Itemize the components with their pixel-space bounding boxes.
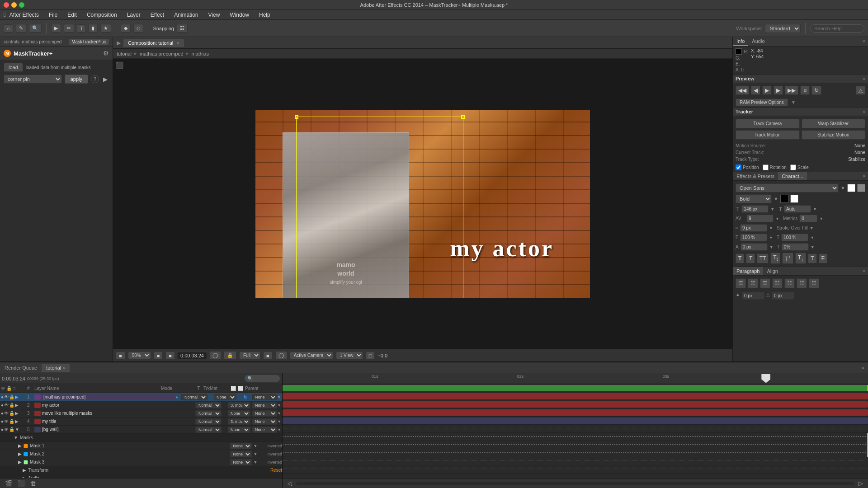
menu-layer[interactable]: Layer xyxy=(125,11,142,19)
v-scale-input[interactable] xyxy=(781,234,808,241)
menu-window[interactable]: Window xyxy=(228,11,251,19)
layer-3-trkmat-select[interactable]: None xyxy=(228,410,250,417)
layer-3-collapse[interactable]: ▶ xyxy=(15,411,19,416)
comp-tab-close[interactable]: × xyxy=(176,40,179,46)
workspace-select[interactable]: Standard xyxy=(765,24,801,33)
text-super-btn[interactable]: T↑ xyxy=(782,253,793,264)
toolbar-snap-btn[interactable]: ☷ xyxy=(177,24,188,33)
stroke-input[interactable] xyxy=(740,224,767,232)
layer-row[interactable]: ● 👁 🔒 ▼ 5 [bg wall] Normal None xyxy=(0,426,282,434)
comp-alpha-btn[interactable]: ◯ xyxy=(275,351,287,360)
mask-3-select[interactable]: None xyxy=(230,459,252,465)
info-tab[interactable]: Info xyxy=(733,37,748,46)
layer-row[interactable]: ● 👁 🔒 ▶ 4 my title Normal 3. move lik xyxy=(0,418,282,426)
layer-row[interactable]: ● 👁 🔒 ▶ 2 my actor Normal 3. move lik xyxy=(0,401,282,409)
toolbar-roto-btn[interactable]: ◇ xyxy=(133,24,143,33)
comp-3d-btn[interactable]: □ xyxy=(366,352,375,360)
view-select[interactable]: 1 View xyxy=(336,352,363,359)
tl-new-solid-btn[interactable]: ⬛ xyxy=(16,479,26,487)
mask-item[interactable]: ▶ Mask 2 None ▼ Inverted xyxy=(0,450,282,458)
font-family-select[interactable]: Open Sans xyxy=(736,183,839,192)
align-center-btn[interactable]: ☵ xyxy=(748,278,758,288)
indent-right-input[interactable] xyxy=(772,292,794,300)
tutorial-tab[interactable]: tutorial × xyxy=(42,364,70,372)
prev-loop-btn[interactable]: ↻ xyxy=(811,86,821,95)
toolbar-pen-btn[interactable]: ✏ xyxy=(64,24,74,33)
layer-4-solo[interactable]: ● xyxy=(1,419,4,424)
layer-row[interactable]: ● 👁 🔒 ▶ 1 [mathias precomped] ★ Normal N… xyxy=(0,393,282,401)
toolbar-home-btn[interactable]: ⌂ xyxy=(4,24,13,33)
toolbar-hand-btn[interactable]: ✎ xyxy=(16,24,26,33)
scale-check-label[interactable]: Scale xyxy=(790,164,809,170)
camera-select[interactable]: Active Camera xyxy=(290,352,333,359)
layer-4-mode-select[interactable]: Normal xyxy=(195,418,222,425)
metrics-input[interactable] xyxy=(799,215,817,222)
layer-2-mode-select[interactable]: Normal xyxy=(195,402,222,408)
prev-play-btn[interactable]: ▶ xyxy=(762,86,772,95)
layer-4-lock[interactable]: 🔒 xyxy=(9,419,14,424)
text-caps-btn[interactable]: TT xyxy=(757,253,769,263)
layer-4-parent-select[interactable]: None xyxy=(252,418,277,425)
comp-snap-btn[interactable]: ■ xyxy=(116,352,125,360)
align-left-btn[interactable]: ☰ xyxy=(736,278,746,288)
menu-view[interactable]: View xyxy=(207,11,222,19)
tsumi-input[interactable] xyxy=(782,243,809,251)
layer-5-trkmat-select[interactable]: None xyxy=(228,427,250,433)
font-style-select[interactable]: Bold xyxy=(736,194,772,203)
mask-item[interactable]: ▶ Mask 3 None ▼ Inverted xyxy=(0,458,282,466)
layer-2-vis[interactable]: 👁 xyxy=(4,403,9,408)
comp-frame-btn[interactable]: ■ xyxy=(154,352,163,360)
text-smallcaps-btn[interactable]: Tt xyxy=(770,253,780,263)
tracker-section-header[interactable]: Tracker × xyxy=(733,108,868,116)
text-strike-btn[interactable]: T xyxy=(819,253,827,263)
comp-color-btn[interactable]: ■ xyxy=(263,352,273,360)
minimize-button[interactable] xyxy=(11,2,17,8)
tl-new-comp-btn[interactable]: 🎬 xyxy=(4,479,14,487)
layer-3-mode-select[interactable]: Normal xyxy=(195,410,222,417)
menu-file[interactable]: File xyxy=(47,11,59,19)
breadcrumb-mathias[interactable]: mathias xyxy=(191,51,209,56)
font-color-swatch[interactable] xyxy=(847,184,855,192)
comp-timer-btn[interactable]: ◯ xyxy=(209,351,221,360)
layer-5-mode-select[interactable]: Normal xyxy=(195,427,222,433)
layer-5-collapse[interactable]: ▼ xyxy=(15,427,19,432)
comp-lock-btn[interactable]: 🔒 xyxy=(224,351,236,360)
menu-app-name[interactable]: After Effects xyxy=(8,11,41,19)
prev-step-fwd-btn[interactable]: ▶ xyxy=(774,86,783,95)
text-italic-btn[interactable]: T xyxy=(746,253,755,263)
rotation-check-label[interactable]: Rotation xyxy=(763,164,787,170)
timeline-search[interactable] xyxy=(244,375,280,382)
text-bold-btn[interactable]: T xyxy=(736,253,744,263)
align-justify-btn[interactable]: ☷ xyxy=(772,278,783,288)
load-button[interactable]: load xyxy=(4,63,23,72)
reset-button[interactable]: Reset xyxy=(270,468,282,473)
tl-scrollbar[interactable] xyxy=(296,482,854,485)
layer-1-vis[interactable]: 👁 xyxy=(4,394,9,399)
layer-1-collapse[interactable]: ▶ xyxy=(15,394,19,399)
layer-4-vis[interactable]: 👁 xyxy=(4,419,9,424)
help-button[interactable]: ? xyxy=(91,75,99,83)
position-checkbox[interactable] xyxy=(736,164,741,170)
layer-2-trkmat-select[interactable]: 3. move lik xyxy=(228,402,250,408)
track-camera-btn[interactable]: Track Camera xyxy=(736,119,800,128)
layer-5-solo[interactable]: ● xyxy=(1,427,4,432)
search-help-input[interactable] xyxy=(810,24,864,33)
quality-select[interactable]: Full xyxy=(239,352,260,359)
layer-3-vis[interactable]: 👁 xyxy=(4,411,9,416)
layer-4-collapse[interactable]: ▶ xyxy=(15,419,19,424)
layer-5-parent-select[interactable]: None xyxy=(252,427,277,433)
indent-left-input[interactable] xyxy=(742,292,764,300)
tl-zoom-in-btn[interactable]: ▷ xyxy=(857,479,864,487)
character-tab[interactable]: Charact... xyxy=(778,172,807,180)
layer-3-solo[interactable]: ● xyxy=(1,411,4,416)
mask-2-select[interactable]: None xyxy=(230,451,252,457)
layer-5-lock[interactable]: 🔒 xyxy=(9,427,14,432)
preview-section-header[interactable]: Preview × xyxy=(733,75,868,83)
auto-size-input[interactable] xyxy=(784,205,811,213)
layer-2-parent-select[interactable]: None xyxy=(252,402,277,408)
paragraph-tab[interactable]: Paragraph xyxy=(733,267,763,275)
align-justify-left-btn[interactable]: ☷ xyxy=(784,278,795,288)
corner-pin-select[interactable]: corner pin xyxy=(4,75,62,84)
prev-expand-btn[interactable]: △ xyxy=(856,86,865,95)
menu-animation[interactable]: Animation xyxy=(172,11,200,19)
